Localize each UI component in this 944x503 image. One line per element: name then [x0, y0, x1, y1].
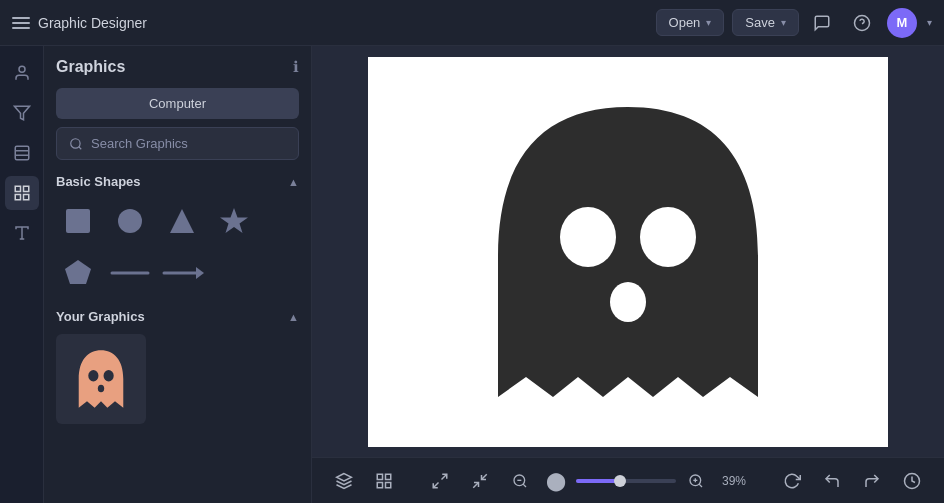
toolbar-center: ⬤ 39% — [424, 465, 752, 497]
svg-point-25 — [98, 385, 104, 393]
search-icon — [69, 137, 83, 151]
svg-rect-15 — [66, 209, 90, 233]
svg-line-39 — [523, 484, 526, 487]
square-shape[interactable] — [56, 199, 100, 243]
svg-rect-32 — [377, 482, 382, 487]
zoom-pin-icon[interactable]: ⬤ — [540, 465, 572, 497]
svg-point-24 — [104, 370, 114, 381]
svg-line-37 — [482, 474, 487, 479]
svg-rect-7 — [15, 186, 20, 191]
svg-point-28 — [610, 282, 646, 322]
computer-button[interactable]: Computer — [56, 88, 299, 119]
basic-shapes-title: Basic Shapes — [56, 174, 141, 189]
undo-icon[interactable] — [816, 465, 848, 497]
redo-icon[interactable] — [856, 465, 888, 497]
canvas-area: ⬤ 39% — [312, 46, 944, 503]
svg-point-16 — [118, 209, 142, 233]
canvas-document[interactable] — [368, 57, 888, 447]
layers-icon[interactable] — [328, 465, 360, 497]
zoom-control: ⬤ 39% — [504, 465, 752, 497]
zoom-percent: 39% — [716, 474, 752, 488]
header-right: M ▾ — [807, 8, 932, 38]
your-graphics-section-header: Your Graphics ▲ — [56, 309, 299, 324]
svg-rect-8 — [23, 186, 28, 191]
help-icon[interactable] — [847, 8, 877, 38]
apps-icon[interactable] — [5, 176, 39, 210]
toolbar-right — [776, 465, 928, 497]
header: Graphic Designer Open ▾ Save ▾ M ▾ — [0, 0, 944, 46]
search-graphics-button[interactable]: Search Graphics — [56, 127, 299, 160]
hamburger-icon[interactable] — [12, 17, 30, 29]
layout-icon[interactable] — [5, 136, 39, 170]
your-graphics-grid — [56, 334, 299, 424]
main: Graphics ℹ Computer Search Graphics Basi… — [0, 46, 944, 503]
svg-line-34 — [442, 474, 447, 479]
svg-line-14 — [79, 146, 82, 149]
svg-point-23 — [88, 370, 98, 381]
line-shape[interactable] — [108, 251, 152, 295]
arrow-shape[interactable] — [160, 251, 204, 295]
open-button[interactable]: Open ▾ — [656, 9, 725, 36]
star-shape[interactable] — [212, 199, 256, 243]
svg-marker-18 — [220, 208, 248, 233]
shrink-icon[interactable] — [464, 465, 496, 497]
svg-marker-29 — [337, 473, 352, 481]
avatar[interactable]: M — [887, 8, 917, 38]
comment-icon[interactable] — [807, 8, 837, 38]
sidebar-title: Graphics — [56, 58, 125, 76]
svg-line-35 — [433, 482, 438, 487]
toolbar-left — [328, 465, 400, 497]
history-icon[interactable] — [896, 465, 928, 497]
svg-rect-9 — [15, 195, 20, 200]
open-chevron-icon: ▾ — [706, 17, 711, 28]
circle-shape[interactable] — [108, 199, 152, 243]
person-icon[interactable] — [5, 56, 39, 90]
svg-rect-4 — [15, 146, 29, 160]
svg-marker-19 — [65, 260, 91, 284]
avatar-chevron-icon[interactable]: ▾ — [927, 17, 932, 28]
svg-point-13 — [71, 138, 80, 147]
svg-rect-33 — [386, 482, 391, 487]
canvas-viewport[interactable] — [312, 46, 944, 457]
app-title: Graphic Designer — [38, 15, 147, 31]
svg-line-36 — [473, 482, 478, 487]
svg-rect-10 — [23, 195, 28, 200]
basic-shapes-section-header: Basic Shapes ▲ — [56, 174, 299, 189]
sidebar: Graphics ℹ Computer Search Graphics Basi… — [44, 46, 312, 503]
expand-icon[interactable] — [424, 465, 456, 497]
svg-marker-3 — [14, 106, 29, 120]
your-graphics-title: Your Graphics — [56, 309, 145, 324]
svg-marker-22 — [196, 267, 204, 279]
shapes-grid — [56, 199, 299, 295]
svg-point-26 — [560, 207, 616, 267]
zoom-in-icon[interactable] — [680, 465, 712, 497]
triangle-shape[interactable] — [160, 199, 204, 243]
save-chevron-icon: ▾ — [781, 17, 786, 28]
basic-shapes-collapse-icon[interactable]: ▲ — [288, 176, 299, 188]
icon-bar — [0, 46, 44, 503]
svg-point-27 — [640, 207, 696, 267]
sidebar-header: Graphics ℹ — [56, 58, 299, 76]
save-button[interactable]: Save ▾ — [732, 9, 799, 36]
bottom-toolbar: ⬤ 39% — [312, 457, 944, 503]
svg-marker-17 — [170, 209, 194, 233]
info-icon[interactable]: ℹ — [293, 58, 299, 76]
pentagon-shape[interactable] — [56, 251, 100, 295]
svg-line-42 — [699, 484, 702, 487]
ghost-graphic-thumb[interactable] — [56, 334, 146, 424]
svg-rect-30 — [377, 474, 382, 479]
grid-icon[interactable] — [368, 465, 400, 497]
your-graphics-collapse-icon[interactable]: ▲ — [288, 311, 299, 323]
text-icon[interactable] — [5, 216, 39, 250]
canvas-ghost-svg — [458, 87, 798, 417]
svg-rect-31 — [386, 474, 391, 479]
refresh-icon[interactable] — [776, 465, 808, 497]
header-left: Graphic Designer — [12, 15, 648, 31]
header-center: Open ▾ Save ▾ — [656, 9, 799, 36]
ghost-mini-svg — [66, 344, 136, 414]
zoom-out-icon[interactable] — [504, 465, 536, 497]
svg-point-2 — [19, 66, 25, 72]
zoom-slider[interactable] — [576, 479, 676, 483]
filter-icon[interactable] — [5, 96, 39, 130]
